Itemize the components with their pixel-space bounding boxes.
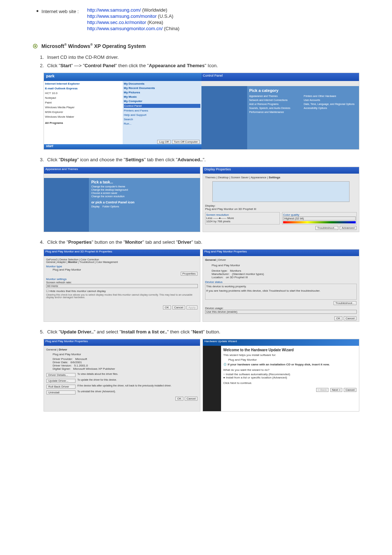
step-number: 2.	[40, 63, 47, 68]
screenshot-step3: Appearance and Themes Pick a task... Cha…	[44, 167, 359, 232]
step-text: Insert CD into the CD-ROM driver.	[47, 54, 359, 60]
hardware-wizard-mock: Hardware Update Wizard Welcome to the Ha…	[203, 339, 359, 412]
screenshot-step5: Plug and Play Monitor Properties General…	[44, 339, 359, 412]
taskbar-start: start	[44, 144, 201, 149]
link-note: (China)	[163, 26, 179, 31]
step-1: 1. Insert CD into the CD-ROM driver.	[40, 54, 359, 60]
driver-tab-mock: Plug and Play Monitor Properties General…	[44, 339, 200, 412]
link-note: (U.S.A)	[156, 13, 173, 19]
link-worldwide[interactable]: http://www.samsung.com/	[87, 7, 141, 13]
step-2: 2. Click "Start" —> "Control Panel" then…	[40, 63, 359, 68]
internet-label: •Internet web site :	[33, 7, 87, 32]
step-4: 4. Click the "Properties" button on the …	[40, 239, 359, 245]
link-note: (Korea)	[146, 20, 163, 25]
screenshot-step4: Plug and Play Monitor and 3D Prophet III…	[44, 249, 359, 322]
step-text: Click "Display" icon and choose the "Set…	[47, 157, 359, 162]
step-number: 5.	[40, 329, 47, 335]
internet-label-text: Internet web site :	[41, 9, 79, 14]
steps-list: 1. Insert CD into the CD-ROM driver. 2. …	[33, 54, 359, 68]
link-korea[interactable]: http://www.sec.co.kr/monitor	[87, 20, 146, 25]
step-3: 3. Click "Display" icon and choose the "…	[40, 157, 359, 162]
step-number: 3.	[40, 157, 47, 162]
step-text: Click "Update Driver.." and select "Inst…	[47, 329, 359, 335]
start-menu-mock: park Internet Internet Explorer E-mail O…	[44, 73, 201, 149]
monitor-tab-mock: Plug and Play Monitor and 3D Prophet III…	[44, 249, 200, 322]
start-menu-user: park	[44, 73, 201, 81]
step-number: 1.	[40, 54, 47, 60]
bullet-icon: •	[36, 7, 38, 15]
link-usa[interactable]: http://www.samsung.com/monitor	[87, 13, 156, 19]
link-china[interactable]: http://www.samsungmonitor.com.cn/	[87, 26, 163, 31]
step-text: Click "Start" —> "Control Panel" then cl…	[47, 63, 359, 68]
step-5: 5. Click "Update Driver.." and select "I…	[40, 329, 359, 335]
appearance-themes-mock: Appearance and Themes Pick a task... Cha…	[44, 167, 200, 232]
section-heading: Microsoft® Windows® XP Operating System	[33, 43, 359, 49]
control-panel-mock: Control Panel Pick a category Appearance…	[201, 73, 359, 149]
step-number: 4.	[40, 239, 47, 245]
link-note: (Worldwide)	[141, 7, 167, 13]
internet-links-row: •Internet web site : http://www.samsung.…	[33, 7, 359, 32]
step-text: Click the "Properties" button on the "Mo…	[47, 239, 359, 245]
monitor-general-mock: Plug and Play Monitor Properties General…	[203, 249, 359, 322]
links-column: http://www.samsung.com/ (Worldwide) http…	[87, 7, 179, 32]
display-properties-mock: Display Properties Themes | Desktop | Sc…	[203, 167, 359, 232]
screenshot-step2: park Internet Internet Explorer E-mail O…	[44, 73, 359, 150]
